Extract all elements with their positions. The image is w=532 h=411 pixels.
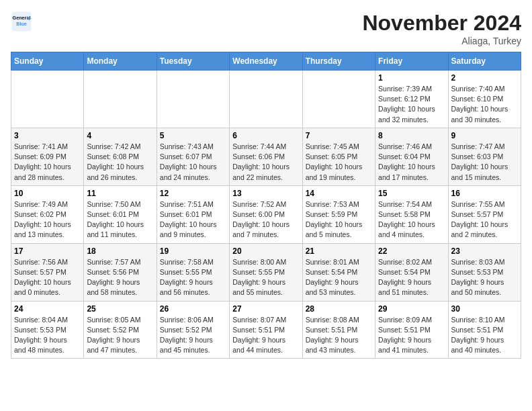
day-info: Sunrise: 8:02 AM Sunset: 5:54 PM Dayligh…	[378, 257, 445, 298]
day-number: 11	[87, 189, 153, 198]
day-number: 17	[14, 246, 81, 256]
weekday-header-sunday: Sunday	[11, 52, 84, 71]
day-number: 13	[232, 189, 299, 198]
day-number: 6	[232, 131, 299, 140]
calendar-cell: 25Sunrise: 8:05 AM Sunset: 5:52 PM Dayli…	[84, 301, 157, 359]
day-info: Sunrise: 8:04 AM Sunset: 5:53 PM Dayligh…	[14, 315, 81, 356]
day-info: Sunrise: 7:41 AM Sunset: 6:09 PM Dayligh…	[14, 142, 81, 183]
calendar-cell: 26Sunrise: 8:06 AM Sunset: 5:52 PM Dayli…	[157, 301, 229, 359]
weekday-header-tuesday: Tuesday	[157, 52, 229, 71]
day-info: Sunrise: 7:44 AM Sunset: 6:06 PM Dayligh…	[232, 142, 299, 183]
day-number: 15	[378, 189, 445, 198]
calendar-cell: 1Sunrise: 7:39 AM Sunset: 6:12 PM Daylig…	[375, 71, 448, 128]
weekday-header-thursday: Thursday	[302, 52, 375, 71]
day-info: Sunrise: 7:45 AM Sunset: 6:05 PM Dayligh…	[306, 142, 372, 183]
day-number: 14	[306, 189, 372, 198]
calendar-cell	[11, 71, 84, 128]
svg-text:Blue: Blue	[16, 21, 27, 27]
day-info: Sunrise: 7:50 AM Sunset: 6:01 PM Dayligh…	[87, 199, 153, 240]
day-info: Sunrise: 8:08 AM Sunset: 5:51 PM Dayligh…	[306, 315, 372, 356]
calendar-cell: 22Sunrise: 8:02 AM Sunset: 5:54 PM Dayli…	[375, 243, 448, 301]
calendar-cell: 30Sunrise: 8:10 AM Sunset: 5:51 PM Dayli…	[448, 301, 521, 359]
day-number: 26	[160, 304, 226, 314]
calendar-week-3: 10Sunrise: 7:49 AM Sunset: 6:02 PM Dayli…	[11, 185, 521, 243]
calendar-cell: 21Sunrise: 8:01 AM Sunset: 5:54 PM Dayli…	[302, 243, 375, 301]
weekday-header-wednesday: Wednesday	[230, 52, 302, 71]
day-info: Sunrise: 7:53 AM Sunset: 5:59 PM Dayligh…	[306, 199, 372, 240]
day-info: Sunrise: 8:07 AM Sunset: 5:51 PM Dayligh…	[232, 315, 299, 356]
calendar-cell	[302, 71, 375, 128]
calendar-cell	[157, 71, 229, 128]
day-info: Sunrise: 7:57 AM Sunset: 5:56 PM Dayligh…	[87, 257, 153, 298]
day-number: 2	[451, 73, 518, 83]
weekday-header-monday: Monday	[84, 52, 157, 71]
day-info: Sunrise: 7:42 AM Sunset: 6:08 PM Dayligh…	[87, 142, 153, 183]
calendar-cell	[230, 71, 302, 128]
logo: General Blue	[11, 11, 32, 32]
day-number: 5	[160, 131, 226, 140]
calendar-cell: 18Sunrise: 7:57 AM Sunset: 5:56 PM Dayli…	[84, 243, 157, 301]
day-number: 7	[306, 131, 372, 140]
location: Aliaga, Turkey	[362, 36, 521, 46]
day-info: Sunrise: 7:58 AM Sunset: 5:55 PM Dayligh…	[160, 257, 226, 298]
day-info: Sunrise: 7:56 AM Sunset: 5:57 PM Dayligh…	[14, 257, 81, 298]
day-info: Sunrise: 7:52 AM Sunset: 6:00 PM Dayligh…	[232, 199, 299, 240]
day-number: 16	[451, 189, 518, 198]
day-info: Sunrise: 7:54 AM Sunset: 5:58 PM Dayligh…	[378, 199, 445, 240]
calendar-cell: 3Sunrise: 7:41 AM Sunset: 6:09 PM Daylig…	[11, 128, 84, 185]
calendar-cell: 10Sunrise: 7:49 AM Sunset: 6:02 PM Dayli…	[11, 185, 84, 243]
day-info: Sunrise: 7:55 AM Sunset: 5:57 PM Dayligh…	[451, 199, 518, 240]
day-number: 19	[160, 246, 226, 256]
day-number: 20	[232, 246, 299, 256]
day-info: Sunrise: 7:39 AM Sunset: 6:12 PM Dayligh…	[378, 84, 445, 125]
day-info: Sunrise: 8:09 AM Sunset: 5:51 PM Dayligh…	[378, 315, 445, 356]
day-info: Sunrise: 7:43 AM Sunset: 6:07 PM Dayligh…	[160, 142, 226, 183]
calendar-week-1: 1Sunrise: 7:39 AM Sunset: 6:12 PM Daylig…	[11, 71, 521, 128]
calendar-header-row: SundayMondayTuesdayWednesdayThursdayFrid…	[11, 52, 521, 71]
calendar-cell: 11Sunrise: 7:50 AM Sunset: 6:01 PM Dayli…	[84, 185, 157, 243]
day-info: Sunrise: 8:01 AM Sunset: 5:54 PM Dayligh…	[306, 257, 372, 298]
calendar-cell: 20Sunrise: 8:00 AM Sunset: 5:55 PM Dayli…	[230, 243, 302, 301]
calendar-cell: 2Sunrise: 7:40 AM Sunset: 6:10 PM Daylig…	[448, 71, 521, 128]
calendar-week-4: 17Sunrise: 7:56 AM Sunset: 5:57 PM Dayli…	[11, 243, 521, 301]
calendar-cell: 17Sunrise: 7:56 AM Sunset: 5:57 PM Dayli…	[11, 243, 84, 301]
calendar-cell: 16Sunrise: 7:55 AM Sunset: 5:57 PM Dayli…	[448, 185, 521, 243]
calendar-cell: 23Sunrise: 8:03 AM Sunset: 5:53 PM Dayli…	[448, 243, 521, 301]
day-info: Sunrise: 7:40 AM Sunset: 6:10 PM Dayligh…	[451, 84, 518, 125]
calendar-cell: 5Sunrise: 7:43 AM Sunset: 6:07 PM Daylig…	[157, 128, 229, 185]
day-number: 22	[378, 246, 445, 256]
day-number: 8	[378, 131, 445, 140]
day-number: 25	[87, 304, 153, 314]
month-title: November 2024	[362, 11, 521, 36]
calendar-cell: 29Sunrise: 8:09 AM Sunset: 5:51 PM Dayli…	[375, 301, 448, 359]
day-number: 30	[451, 304, 518, 314]
calendar-cell: 14Sunrise: 7:53 AM Sunset: 5:59 PM Dayli…	[302, 185, 375, 243]
calendar-table: SundayMondayTuesdayWednesdayThursdayFrid…	[11, 52, 521, 359]
day-info: Sunrise: 7:46 AM Sunset: 6:04 PM Dayligh…	[378, 142, 445, 183]
day-number: 28	[306, 304, 372, 314]
day-info: Sunrise: 7:51 AM Sunset: 6:01 PM Dayligh…	[160, 199, 226, 240]
day-info: Sunrise: 8:00 AM Sunset: 5:55 PM Dayligh…	[232, 257, 299, 298]
calendar-week-2: 3Sunrise: 7:41 AM Sunset: 6:09 PM Daylig…	[11, 128, 521, 185]
day-info: Sunrise: 8:03 AM Sunset: 5:53 PM Dayligh…	[451, 257, 518, 298]
weekday-header-saturday: Saturday	[448, 52, 521, 71]
calendar-cell: 9Sunrise: 7:47 AM Sunset: 6:03 PM Daylig…	[448, 128, 521, 185]
day-number: 12	[160, 189, 226, 198]
day-number: 23	[451, 246, 518, 256]
logo-icon: General Blue	[11, 11, 32, 32]
calendar-cell: 27Sunrise: 8:07 AM Sunset: 5:51 PM Dayli…	[230, 301, 302, 359]
calendar-cell: 8Sunrise: 7:46 AM Sunset: 6:04 PM Daylig…	[375, 128, 448, 185]
calendar-cell: 15Sunrise: 7:54 AM Sunset: 5:58 PM Dayli…	[375, 185, 448, 243]
day-number: 24	[14, 304, 81, 314]
day-number: 27	[232, 304, 299, 314]
calendar-week-5: 24Sunrise: 8:04 AM Sunset: 5:53 PM Dayli…	[11, 301, 521, 359]
day-number: 29	[378, 304, 445, 314]
calendar-cell: 7Sunrise: 7:45 AM Sunset: 6:05 PM Daylig…	[302, 128, 375, 185]
day-info: Sunrise: 8:05 AM Sunset: 5:52 PM Dayligh…	[87, 315, 153, 356]
day-number: 3	[14, 131, 81, 140]
day-info: Sunrise: 7:47 AM Sunset: 6:03 PM Dayligh…	[451, 142, 518, 183]
calendar-cell: 4Sunrise: 7:42 AM Sunset: 6:08 PM Daylig…	[84, 128, 157, 185]
weekday-header-friday: Friday	[375, 52, 448, 71]
calendar-cell: 13Sunrise: 7:52 AM Sunset: 6:00 PM Dayli…	[230, 185, 302, 243]
calendar-cell	[84, 71, 157, 128]
